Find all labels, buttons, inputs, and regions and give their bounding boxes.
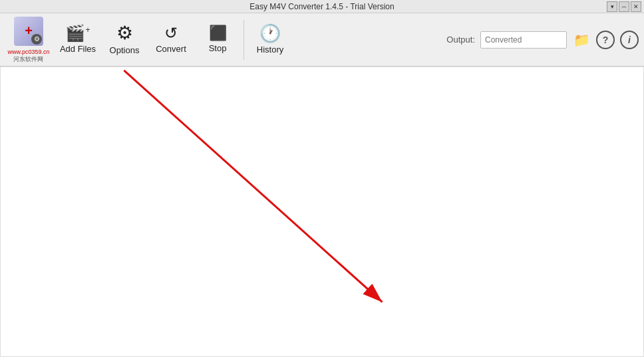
annotation-arrow xyxy=(1,67,643,356)
options-button[interactable]: ⚙ Options xyxy=(101,15,148,64)
help-icon: ? xyxy=(603,35,609,45)
stop-label: Stop xyxy=(209,43,227,53)
dropdown-button[interactable]: ▾ xyxy=(607,1,617,12)
add-files-button[interactable]: 🎬+ Add Files xyxy=(55,15,101,64)
output-area: Output: 📁 ? i xyxy=(446,31,639,49)
folder-icon: 📁 xyxy=(573,32,590,48)
options-label: Options xyxy=(110,45,140,55)
content-area xyxy=(0,66,644,357)
help-button[interactable]: ? xyxy=(596,31,615,49)
info-icon: i xyxy=(628,35,631,45)
add-files-icon: 🎬+ xyxy=(65,25,90,41)
output-label: Output: xyxy=(446,35,475,45)
history-button[interactable]: 🕐 History xyxy=(247,15,293,64)
toolbar-separator xyxy=(243,20,244,60)
output-path-input[interactable] xyxy=(480,31,567,49)
stop-icon: ⬛ xyxy=(209,26,227,41)
browse-folder-button[interactable]: 📁 xyxy=(572,31,591,49)
options-icon: ⚙ xyxy=(116,24,133,43)
add-files-label: Add Files xyxy=(60,44,96,54)
history-label: History xyxy=(257,45,283,55)
history-icon: 🕐 xyxy=(259,25,281,42)
minimize-button[interactable]: ─ xyxy=(619,1,629,12)
title-bar: Easy M4V Converter 1.4.5 - Trial Version… xyxy=(0,0,644,13)
convert-label: Convert xyxy=(156,44,186,54)
title-bar-controls[interactable]: ▾ ─ ✕ xyxy=(607,1,641,12)
toolbar: + ⚙ www.pc0359.cn 河东软件网 🎬+ Add Files ⚙ O… xyxy=(0,13,644,66)
convert-button[interactable]: ↺ Convert xyxy=(148,15,194,64)
info-button[interactable]: i xyxy=(620,31,639,49)
close-button[interactable]: ✕ xyxy=(631,1,641,12)
stop-button[interactable]: ⬛ Stop xyxy=(194,15,241,64)
window-title: Easy M4V Converter 1.4.5 - Trial Version xyxy=(249,2,394,11)
svg-line-1 xyxy=(124,70,382,302)
convert-icon: ↺ xyxy=(164,25,178,41)
